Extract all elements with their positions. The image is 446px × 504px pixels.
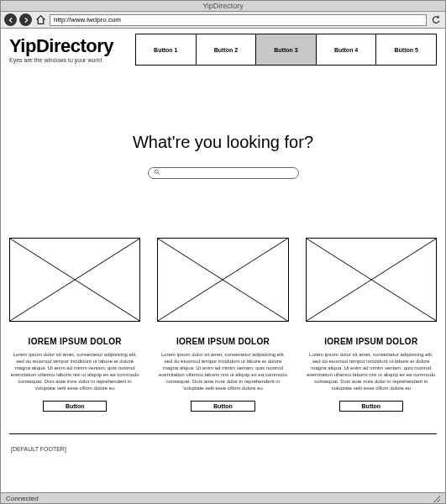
card-3-button[interactable]: Button	[339, 401, 404, 412]
hero: What're you looking for?	[9, 133, 437, 179]
nav-tab-5[interactable]: Button 5	[376, 34, 436, 65]
card-2-image-placeholder	[157, 238, 288, 322]
resize-grip[interactable]	[432, 494, 440, 502]
search-field[interactable]	[148, 167, 299, 179]
nav-tabs: Button 1 Button 2 Button 3 Button 4 Butt…	[135, 34, 437, 66]
header-row: YipDirectory Eyes are the windows to you…	[9, 34, 437, 66]
card-3-image-placeholder	[306, 238, 437, 322]
home-button[interactable]	[34, 13, 47, 26]
status-text: Connected	[6, 495, 39, 502]
card-2-title: IOREM IPSUM DOLOR	[157, 337, 288, 346]
page-content: YipDirectory Eyes are the windows to you…	[0, 29, 446, 492]
card-3: IOREM IPSUM DOLOR Lorem ipsum dolor sit …	[306, 238, 437, 412]
default-footer: [DEFAULT FOOTER]	[9, 446, 437, 452]
card-3-title: IOREM IPSUM DOLOR	[306, 337, 437, 346]
search-input[interactable]	[164, 170, 293, 177]
card-1-title: IOREM IPSUM DOLOR	[9, 337, 140, 346]
card-3-body: Lorem ipsum dolor sit amet, consectetur …	[306, 351, 437, 392]
app-window: YipDirectory YipDirectory Eyes are the w…	[0, 0, 446, 504]
status-bar: Connected	[0, 492, 446, 504]
search-icon	[154, 169, 160, 177]
card-1-button[interactable]: Button	[43, 401, 108, 412]
brand-tagline: Eyes are the windows to your world	[9, 57, 132, 63]
url-input[interactable]	[50, 14, 427, 26]
card-2: IOREM IPSUM DOLOR Lorem ipsum dolor sit …	[157, 238, 288, 412]
browser-toolbar	[0, 11, 446, 29]
card-2-button[interactable]: Button	[191, 401, 255, 412]
card-1-image-placeholder	[9, 238, 140, 322]
brand: YipDirectory Eyes are the windows to you…	[9, 34, 135, 66]
reload-button[interactable]	[429, 13, 442, 26]
back-button[interactable]	[4, 13, 17, 26]
brand-name: YipDirectory	[9, 35, 132, 57]
nav-tab-2[interactable]: Button 2	[197, 34, 257, 65]
nav-tab-1[interactable]: Button 1	[136, 34, 197, 65]
card-1: IOREM IPSUM DOLOR Lorem ipsum dolor sit …	[9, 238, 140, 412]
svg-line-1	[157, 173, 159, 175]
hero-heading: What're you looking for?	[9, 133, 437, 152]
nav-tab-4[interactable]: Button 4	[317, 34, 377, 65]
card-2-body: Lorem ipsum dolor sit amet, consectetur …	[157, 351, 288, 392]
forward-button[interactable]	[19, 13, 32, 26]
footer-separator	[9, 433, 437, 434]
card-1-body: Lorem ipsum dolor sit amet, consectetur …	[9, 351, 140, 392]
window-title: YipDirectory	[0, 0, 446, 11]
cards-row: IOREM IPSUM DOLOR Lorem ipsum dolor sit …	[9, 238, 437, 412]
nav-tab-3[interactable]: Button 3	[256, 34, 317, 65]
svg-point-0	[155, 170, 158, 173]
